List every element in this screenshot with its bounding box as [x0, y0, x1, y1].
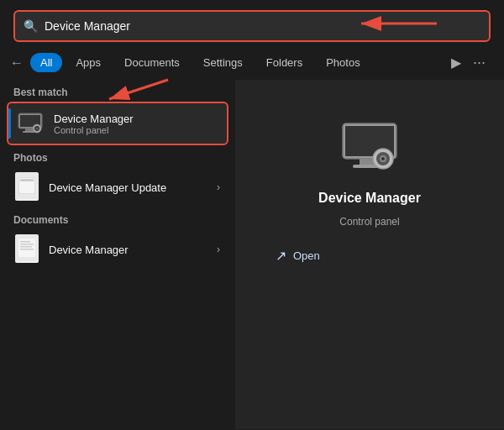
search-box[interactable]: 🔍 [13, 10, 491, 42]
search-icon: 🔍 [24, 19, 38, 33]
svg-point-22 [381, 157, 385, 160]
search-container: 🔍 [0, 0, 504, 49]
search-input[interactable] [45, 19, 480, 33]
right-panel: Device Manager Control panel ↗ Open [235, 80, 504, 429]
best-match-text: Device Manager Control panel [54, 113, 218, 135]
open-action[interactable]: ↗ Open [269, 244, 327, 267]
filter-apps[interactable]: Apps [66, 53, 111, 72]
filter-photos[interactable]: Photos [316, 53, 370, 72]
filter-bar: ← All Apps Documents Settings Folders Ph… [0, 49, 504, 80]
device-manager-icon [17, 110, 44, 137]
back-button[interactable]: ← [7, 54, 27, 72]
photos-result-text: Device Manager Update [49, 181, 207, 194]
detail-device-icon [339, 117, 400, 177]
main-content: Best match [0, 80, 504, 429]
svg-rect-9 [20, 179, 34, 181]
filter-documents[interactable]: Documents [114, 53, 190, 72]
photos-chevron: › [217, 181, 220, 193]
detail-icon [336, 113, 403, 181]
open-icon: ↗ [276, 248, 286, 264]
best-match-item[interactable]: Device Manager Control panel [7, 102, 228, 145]
open-label: Open [293, 249, 320, 262]
filter-settings[interactable]: Settings [193, 53, 253, 72]
best-match-label: Best match [7, 80, 228, 102]
doc-file-icon [15, 236, 39, 263]
documents-result-name: Device Manager [49, 244, 207, 256]
svg-point-6 [36, 128, 39, 130]
documents-result-item[interactable]: Device Manager › [7, 229, 228, 270]
svg-rect-11 [20, 241, 30, 243]
photo-icon-svg [18, 177, 35, 194]
svg-rect-12 [20, 244, 34, 245]
filter-all[interactable]: All [30, 53, 62, 72]
photos-result-item[interactable]: Device Manager Update › [7, 167, 228, 207]
left-panel: Best match [0, 80, 235, 429]
detail-actions: ↗ Open [252, 244, 487, 267]
detail-sub: Control panel [339, 216, 399, 228]
filter-folders[interactable]: Folders [256, 53, 312, 72]
photo-file-icon [15, 174, 39, 201]
documents-label: Documents [7, 207, 228, 229]
play-icon: ▶ [448, 53, 465, 72]
documents-chevron: › [217, 244, 220, 255]
photos-result-name: Device Manager Update [49, 181, 207, 194]
documents-result-text: Device Manager [49, 244, 207, 256]
svg-rect-14 [20, 249, 34, 250]
best-match-name: Device Manager [54, 113, 218, 125]
photos-label: Photos [7, 145, 228, 167]
detail-name: Device Manager [318, 191, 421, 206]
best-match-sub: Control panel [54, 125, 218, 135]
doc-icon-svg [18, 239, 35, 257]
more-button[interactable]: ··· [468, 52, 491, 73]
svg-rect-13 [20, 246, 32, 248]
device-icon-svg [17, 110, 44, 137]
